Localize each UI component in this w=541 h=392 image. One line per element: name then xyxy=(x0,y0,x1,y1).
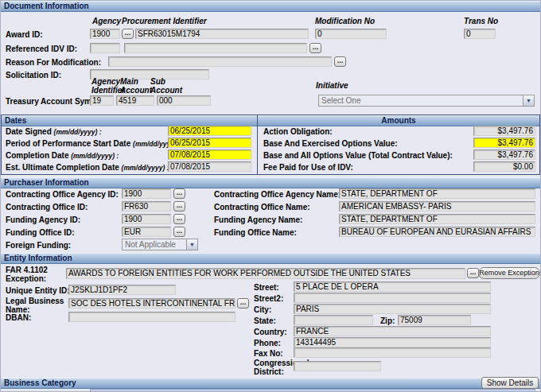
contracting-office-agency-name-field[interactable]: STATE, DEPARTMENT OF xyxy=(339,188,535,199)
funding-office-id-lookup-button[interactable]: ... xyxy=(173,227,185,237)
modification-no-field[interactable]: 0 xyxy=(315,29,387,39)
section-title: Purchaser Information xyxy=(4,178,89,187)
contracting-office-agency-id-field[interactable]: 1900 xyxy=(122,188,171,199)
tas-agency-field[interactable]: 19 xyxy=(90,95,114,106)
show-details-button[interactable]: Show Details xyxy=(481,377,539,389)
action-obligation-field[interactable]: $3,497.76 xyxy=(473,126,535,136)
funding-office-id-label: Funding Office ID: xyxy=(6,228,75,237)
base-exercised-options-field[interactable]: $3,497.76 xyxy=(473,138,535,148)
referenced-idv-lookup-button[interactable]: ... xyxy=(309,43,321,53)
remove-exception-button[interactable]: Remove Exception xyxy=(478,267,540,279)
fpds-contract-form: Document Information Agency Procurement … xyxy=(0,0,541,392)
funding-office-id-field[interactable]: EUR xyxy=(122,227,171,237)
funding-agency-id-label: Funding Agency ID: xyxy=(6,215,80,224)
country-label: Country: xyxy=(254,328,287,336)
column-header-modification-no: Modification No xyxy=(315,17,375,25)
far-exception-field[interactable]: AWARDS TO FOREIGN ENTITIES FOR WORK PERF… xyxy=(66,268,465,279)
date-signed-field[interactable]: 06/25/2015 xyxy=(168,126,251,136)
contracting-office-name-field[interactable]: AMERICAN EMBASSY- PARIS xyxy=(339,201,535,212)
contracting-office-agency-id-label: Contracting Office Agency ID: xyxy=(6,190,119,199)
city-label: City: xyxy=(254,305,271,314)
phone-field[interactable]: 143144495 xyxy=(294,337,491,347)
base-exercised-options-label: Base And Exercised Options Value: xyxy=(263,139,398,148)
chevron-down-icon: ▼ xyxy=(186,239,197,250)
contracting-office-agency-id-lookup-button[interactable]: ... xyxy=(173,188,185,199)
solicitation-id-label: Solicitation ID: xyxy=(6,71,61,80)
section-title: Entity Information xyxy=(4,254,72,262)
section-header-purchaser-information: Purchaser Information xyxy=(1,177,540,188)
foreign-funding-label: Foreign Funding: xyxy=(6,241,71,250)
base-all-options-field[interactable]: $3,497.76 xyxy=(473,149,535,160)
reason-for-modification-lookup-button[interactable]: ... xyxy=(334,56,346,67)
section-title: Dates xyxy=(5,116,26,125)
zip-label: Zip: xyxy=(380,316,395,325)
section-header-entity-information: Entity Information xyxy=(1,253,540,264)
reason-for-modification-field[interactable] xyxy=(108,56,332,67)
foreign-funding-select[interactable]: Not Applicable ▼ xyxy=(122,239,198,250)
funding-agency-id-field[interactable]: 1900 xyxy=(122,214,171,224)
street-label: Street: xyxy=(254,283,279,292)
far-exception-lookup-button[interactable]: ... xyxy=(467,268,479,278)
contracting-office-agency-name-label: Contracting Office Agency Name: xyxy=(214,190,341,199)
contracting-office-id-field[interactable]: FR630 xyxy=(122,201,171,212)
column-header-sub-account: Sub Account xyxy=(150,77,182,95)
pop-start-date-field[interactable]: 06/25/2015 xyxy=(168,138,251,148)
tas-sub-account-field[interactable]: 000 xyxy=(157,95,211,106)
section-header-document-information: Document Information xyxy=(1,1,540,12)
award-piid-field[interactable]: SFR63015M1794 xyxy=(135,29,309,39)
far-exception-label: FAR 4.1102 Exception: xyxy=(6,266,48,283)
fee-paid-idv-label: Fee Paid for Use of IDV: xyxy=(263,163,353,172)
state-field[interactable] xyxy=(294,315,373,325)
initiative-select[interactable]: Select One ▼ xyxy=(318,95,535,107)
funding-office-name-label: Funding Office Name: xyxy=(214,228,297,237)
tas-main-account-field[interactable]: 4519 xyxy=(116,95,154,106)
reason-for-modification-label: Reason For Modification: xyxy=(6,58,101,67)
funding-office-name-field[interactable]: BUREAU OF EUROPEAN AND EURASIAN AFFAIRS xyxy=(339,227,535,237)
date-format-hint: (mm/dd/yyyy) : xyxy=(54,128,102,136)
section-title: Document Information xyxy=(4,2,89,10)
country-field[interactable]: FRANCE xyxy=(294,326,491,336)
street2-field[interactable] xyxy=(294,293,491,303)
legal-business-name-label: Legal Business Name: xyxy=(6,297,64,314)
trans-no-field[interactable]: 0 xyxy=(464,29,496,39)
congressional-district-field[interactable] xyxy=(294,361,381,371)
award-agency-field[interactable]: 1900 xyxy=(90,29,120,39)
award-agency-lookup-button[interactable]: ... xyxy=(122,29,134,39)
legal-business-name-field[interactable]: SOC DES HOTELS INTERCONTINENTAL FRA xyxy=(68,298,235,309)
dban-field[interactable] xyxy=(68,312,235,322)
fax-label: Fax No: xyxy=(254,349,283,358)
est-ultimate-completion-date-label: Est. Ultimate Completion Date (mm/dd/yyy… xyxy=(6,163,169,173)
section-header-business-category: Business Category xyxy=(1,378,540,389)
dban-label: DBAN: xyxy=(6,313,31,322)
street-field[interactable]: 5 PLACE DE L OPERA xyxy=(294,281,491,292)
referenced-idv-piid-field[interactable] xyxy=(124,43,307,53)
referenced-idv-id-label: Referenced IDV ID: xyxy=(6,45,77,53)
contracting-office-id-lookup-button[interactable]: ... xyxy=(173,201,185,212)
funding-agency-name-field[interactable]: STATE, DEPARTMENT OF xyxy=(339,214,535,224)
funding-agency-id-lookup-button[interactable]: ... xyxy=(173,214,185,224)
unique-entity-id-label: Unique Entity ID: xyxy=(6,286,70,295)
est-ultimate-completion-date-field[interactable]: 07/08/2015 xyxy=(168,161,251,172)
city-field[interactable]: PARIS xyxy=(294,304,491,314)
column-header-agency: Agency xyxy=(92,17,121,25)
column-header-trans-no: Trans No xyxy=(464,17,498,25)
column-header-main-account: Main Account xyxy=(120,77,152,95)
completion-date-field[interactable]: 07/08/2015 xyxy=(168,149,251,160)
contracting-office-name-label: Contracting Office Name: xyxy=(214,203,310,212)
section-title: Amounts xyxy=(381,116,415,125)
date-format-hint: (mm/dd/yyyy) : xyxy=(71,152,119,160)
award-id-label: Award ID: xyxy=(6,30,43,39)
chevron-down-icon: ▼ xyxy=(523,95,534,106)
fax-field[interactable] xyxy=(294,347,491,358)
pop-start-date-label: Period of Performance Start Date (mm/dd/… xyxy=(6,139,181,149)
fee-paid-idv-field[interactable]: $0.00 xyxy=(473,161,535,172)
legal-business-name-lookup-button[interactable]: ... xyxy=(237,298,249,309)
date-signed-label: Date Signed (mm/dd/yyyy) : xyxy=(6,127,102,137)
zip-field[interactable]: 75009 xyxy=(398,315,471,325)
unique-entity-id-field[interactable]: J2SKLJ1D1PF2 xyxy=(68,285,176,295)
referenced-idv-agency-field[interactable] xyxy=(90,43,120,53)
funding-agency-name-label: Funding Agency Name: xyxy=(214,215,302,224)
column-header-initiative: Initiative xyxy=(316,81,348,90)
completion-date-label: Completion Date (mm/dd/yyyy) : xyxy=(6,151,119,161)
base-all-options-label: Base and All Options Value (Total Contra… xyxy=(263,151,453,160)
